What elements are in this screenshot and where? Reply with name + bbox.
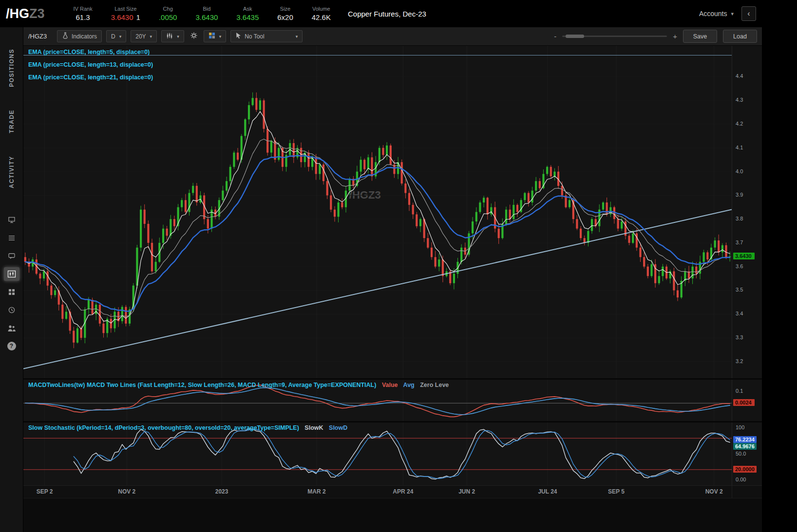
zoom-out-button[interactable]: - (554, 32, 556, 40)
stat-label: Volume (312, 6, 330, 12)
candlestick-icon (166, 33, 173, 40)
monitor-icon[interactable] (4, 213, 19, 227)
price-axis-tick: 4.0 (736, 168, 743, 174)
stat-value: 3.6435 (236, 13, 259, 21)
stat-ask: Ask 3.6435 (236, 6, 259, 21)
save-button[interactable]: Save (683, 30, 717, 43)
ema-legend: EMA (price=CLOSE, length=13, displace=0) (28, 61, 153, 68)
stat-size: Size 6x20 (277, 6, 293, 21)
macd-zero-label: Zero Leve (420, 382, 449, 388)
stochastic-chart-canvas[interactable] (23, 422, 732, 485)
price-axis-tick: 3.2 (736, 358, 743, 364)
macd-panel: MACDTwoLines(tw) MACD Two Lines (Fast Le… (23, 378, 762, 421)
stat-change: Chg .0050 (159, 6, 177, 21)
price-chart-canvas[interactable] (23, 46, 732, 378)
indicators-button[interactable]: Indicators (57, 30, 102, 42)
symbol-suffix: Z3 (29, 6, 45, 21)
stat-iv-rank: IV Rank 61.3 (74, 6, 93, 21)
price-axis-tick: 3.8 (736, 216, 743, 221)
time-axis-tick: NOV 2 (705, 488, 723, 495)
range-value: 20Y (135, 33, 146, 40)
price-axis-tick: 3.4 (736, 311, 743, 316)
time-axis-tick: MAR 2 (307, 488, 325, 495)
stat-last-size: Last Size 3.6430 1 (111, 6, 140, 21)
stochastic-axis-tick: 50.0 (736, 451, 746, 457)
ema-legend: EMA (price=CLOSE, length=21, displace=0) (28, 74, 153, 81)
contract-description: Copper Futures, Dec-23 (348, 10, 426, 18)
last-price-value: 3.6430 (111, 13, 133, 21)
bottom-filler (23, 498, 762, 532)
trading-platform-window: /HGZ3 IV Rank 61.3 Last Size 3.6430 1 Ch… (0, 0, 762, 532)
watchlist-icon[interactable] (4, 231, 19, 245)
stat-label: Chg (163, 6, 173, 12)
chart-icon[interactable] (4, 267, 19, 281)
zoom-slider[interactable] (562, 36, 667, 37)
stochastic-panel: Slow Stochastic (kPeriod=14, dPeriod=3, … (23, 421, 762, 485)
left-sidebar: POSITIONS TRADE ACTIVITY (0, 27, 23, 532)
stat-value: 6x20 (277, 13, 293, 21)
stochastic-plot[interactable]: Slow Stochastic (kPeriod=14, dPeriod=3, … (23, 422, 732, 485)
share-icon[interactable] (4, 321, 19, 335)
zoom-control: - + Save Load (554, 30, 757, 43)
symbol-title: /HGZ3 (6, 6, 45, 21)
stat-value: 42.6K (312, 13, 331, 21)
last-price-badge: 3.6430 (733, 253, 755, 259)
macd-axis[interactable]: 0.10.0024 (732, 380, 762, 421)
zoom-slider-handle[interactable] (566, 35, 584, 38)
macd-legend: MACDTwoLines(tw) MACD Two Lines (Fast Le… (28, 382, 453, 388)
chart-stack: /HGZ3 EMA (price=CLOSE, length=5, displa… (23, 46, 762, 532)
macd-plot[interactable]: MACDTwoLines(tw) MACD Two Lines (Fast Le… (23, 380, 732, 421)
sidebar-tab-positions[interactable]: POSITIONS (8, 49, 15, 87)
stochastic-axis[interactable]: 10050.00.0076.223464.967620.0000 (732, 422, 762, 485)
stat-value: .0050 (159, 13, 177, 21)
question-mark-icon: ? (7, 342, 16, 350)
timeframe-dropdown[interactable]: D ▾ (106, 30, 126, 42)
price-axis-tick: 4.3 (736, 97, 743, 103)
chart-toolbar: /HGZ3 Indicators D ▾ 20Y ▾ (23, 27, 762, 46)
stat-label: Bid (203, 6, 210, 12)
sidebar-tab-activity[interactable]: ACTIVITY (8, 156, 15, 188)
load-button[interactable]: Load (723, 30, 757, 43)
history-icon[interactable] (4, 303, 19, 317)
slowd-label: SlowD (329, 424, 347, 431)
sidebar-icon-strip: ? (4, 213, 19, 353)
feedback-icon[interactable] (4, 249, 19, 263)
symbol-input[interactable]: /HGZ3 (28, 33, 53, 40)
chevron-down-icon: ▾ (296, 34, 298, 39)
price-axis-tick: 4.1 (736, 145, 743, 150)
ema-legend-block: EMA (price=CLOSE, length=5, displace=0) … (28, 49, 153, 87)
stat-value: 3.6430 (195, 13, 218, 21)
dashboard-icon[interactable] (4, 285, 19, 299)
time-axis: SEP 2NOV 22023MAR 2APR 24JUN 2JUL 24SEP … (23, 485, 762, 498)
tool-value: No Tool (245, 33, 264, 40)
time-axis-tick: 2023 (215, 488, 228, 495)
help-icon[interactable]: ? (4, 339, 19, 353)
stochastic-axis-tick: 100 (736, 424, 744, 430)
drawing-tool-dropdown[interactable]: No Tool ▾ (230, 30, 303, 42)
price-axis-tick: 4.2 (736, 121, 743, 127)
flask-icon (62, 32, 69, 40)
sidebar-tab-trade[interactable]: TRADE (8, 110, 15, 133)
stat-bid: Bid 3.6430 (195, 6, 218, 21)
accounts-label: Accounts (699, 10, 727, 18)
range-dropdown[interactable]: 20Y ▾ (131, 30, 157, 42)
pattern-dropdown[interactable]: ▾ (204, 30, 227, 42)
chart-style-dropdown[interactable]: ▾ (161, 30, 184, 42)
price-plot[interactable]: /HGZ3 EMA (price=CLOSE, length=5, displa… (23, 46, 732, 378)
stat-label: Last Size (114, 6, 136, 12)
stochastic-title: Slow Stochastic (kPeriod=14, dPeriod=3, … (28, 424, 299, 431)
last-size-value: 1 (136, 13, 140, 21)
oversold-badge: 20.0000 (733, 466, 757, 473)
accounts-menu[interactable]: Accounts ▾ (699, 10, 734, 18)
macd-value-label: Value (382, 382, 398, 388)
time-axis-labels[interactable]: SEP 2NOV 22023MAR 2APR 24JUN 2JUL 24SEP … (23, 486, 732, 498)
chart-settings-button[interactable] (189, 30, 199, 42)
price-axis[interactable]: 4.44.34.24.14.03.93.83.73.63.53.43.33.23… (732, 46, 762, 378)
chevron-down-icon: ▾ (119, 34, 122, 39)
collapse-right-panel-button[interactable]: ‹ (741, 6, 756, 21)
macd-title: MACDTwoLines(tw) MACD Two Lines (Fast Le… (28, 382, 376, 388)
stochastic-legend: Slow Stochastic (kPeriod=14, dPeriod=3, … (28, 424, 351, 431)
chevron-down-icon: ▾ (177, 34, 179, 39)
zoom-in-button[interactable]: + (673, 32, 677, 40)
stochastic-axis-tick: 0.00 (736, 477, 746, 482)
